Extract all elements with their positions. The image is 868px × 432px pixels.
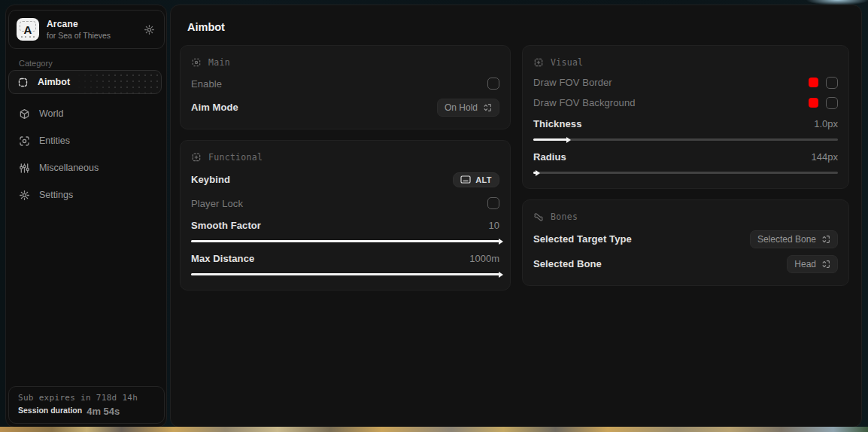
- card-functional: Functional Keybind ALT: [180, 140, 511, 291]
- fov-border-color-swatch[interactable]: [809, 78, 818, 87]
- card-main-header: Main: [191, 53, 499, 72]
- aim-mode-value: On Hold: [445, 102, 478, 113]
- sub-expires-text: Sub expires in 718d 14h: [18, 393, 155, 403]
- card-title: Bones: [551, 211, 578, 222]
- slider-thumb[interactable]: [499, 239, 503, 245]
- fov-background-color-swatch[interactable]: [809, 98, 818, 108]
- slider-thumb[interactable]: [566, 137, 571, 143]
- card-visual-header: Visual: [533, 53, 838, 72]
- sidebar-item-label: Settings: [39, 190, 73, 200]
- target-type-select[interactable]: Selected Bone: [750, 230, 838, 248]
- brand-subtitle: for Sea of Thieves: [47, 31, 136, 40]
- thickness-label: Thickness: [533, 118, 582, 129]
- max-distance-label: Max Distance: [191, 253, 254, 264]
- radius-label: Radius: [533, 151, 566, 163]
- keybind-row: Keybind ALT: [191, 167, 499, 192]
- radius-slider[interactable]: [533, 172, 838, 174]
- session-duration: Session duration 4m 54s: [18, 406, 155, 417]
- sidebar-item-label: World: [39, 108, 63, 119]
- smooth-factor-value: 10: [489, 220, 499, 231]
- thickness-row: Thickness 1.0px: [533, 114, 838, 132]
- thickness-group: Thickness 1.0px: [533, 113, 838, 146]
- target-type-label: Selected Target Type: [533, 233, 632, 245]
- selected-bone-row: Selected Bone Head: [533, 251, 838, 276]
- fov-border-checkbox[interactable]: [826, 77, 838, 89]
- aim-mode-row: Aim Mode On Hold: [191, 95, 499, 120]
- sidebar-item-label: Aimbot: [38, 77, 70, 87]
- card-functional-header: Functional: [191, 148, 499, 167]
- aim-mode-label: Aim Mode: [191, 102, 238, 113]
- fov-background-label: Draw FOV Background: [533, 97, 636, 108]
- card-main: Main Enable Aim Mode On Hold: [180, 45, 511, 129]
- max-distance-value: 1000m: [469, 253, 499, 264]
- sidebar: A Arcane for Sea of Thieves Category Aim…: [5, 5, 167, 427]
- unfold-icon: [483, 103, 492, 112]
- target-type-value: Selected Bone: [757, 234, 816, 245]
- page-title: Aimbot: [180, 5, 849, 45]
- player-lock-label: Player Lock: [191, 198, 243, 209]
- game-background-strip: [0, 427, 868, 432]
- thickness-slider[interactable]: [533, 138, 838, 141]
- scan-icon: [17, 77, 29, 88]
- unfold-icon: [821, 260, 830, 269]
- card-title: Main: [208, 57, 230, 68]
- fov-background-checkbox[interactable]: [826, 97, 838, 109]
- max-distance-slider[interactable]: [191, 273, 499, 275]
- dashed-plus-icon: [191, 152, 202, 163]
- sidebar-item-miscellaneous[interactable]: Miscellaneous: [6, 154, 166, 181]
- aim-mode-select[interactable]: On Hold: [437, 99, 499, 117]
- selected-bone-label: Selected Bone: [533, 258, 602, 269]
- sidebar-item-settings[interactable]: Settings: [6, 181, 166, 208]
- enable-label: Enable: [191, 78, 222, 90]
- brand-text: Arcane for Sea of Thieves: [47, 19, 136, 40]
- keybind-value: ALT: [475, 175, 492, 184]
- card-visual: Visual Draw FOV Border Draw FOV Backgrou…: [522, 45, 849, 189]
- dashed-target-icon: [191, 57, 202, 68]
- brand-name: Arcane: [47, 19, 136, 29]
- max-distance-row: Max Distance 1000m: [191, 249, 499, 267]
- max-distance-group: Max Distance 1000m: [191, 248, 499, 281]
- category-label: Category: [19, 59, 53, 68]
- mixer-icon: [19, 163, 30, 174]
- card-bones-header: Bones: [533, 207, 838, 227]
- enable-row: Enable: [191, 72, 499, 95]
- keyboard-icon: [460, 175, 471, 184]
- player-lock-checkbox[interactable]: [487, 197, 499, 209]
- slider-thumb[interactable]: [499, 272, 503, 278]
- sidebar-item-aimbot[interactable]: Aimbot: [8, 70, 162, 94]
- brand-box: A Arcane for Sea of Thieves: [8, 10, 165, 49]
- selected-bone-select[interactable]: Head: [787, 255, 838, 273]
- radius-row: Radius 144px: [533, 148, 838, 166]
- radius-value: 144px: [812, 151, 838, 163]
- subscription-box: Sub expires in 718d 14h Session duration…: [8, 386, 165, 424]
- sidebar-item-entities[interactable]: Entities: [6, 127, 166, 154]
- session-duration-value: 4m 54s: [86, 406, 120, 417]
- keybind-label: Keybind: [191, 174, 230, 185]
- card-bones: Bones Selected Target Type Selected Bone: [522, 199, 849, 286]
- radius-group: Radius 144px: [533, 146, 838, 179]
- enable-checkbox[interactable]: [487, 78, 499, 90]
- gear-icon[interactable]: [144, 24, 155, 35]
- fov-background-row: Draw FOV Background: [533, 93, 838, 113]
- fov-border-row: Draw FOV Border: [533, 72, 838, 93]
- main-panel: Aimbot Main Enable: [170, 5, 862, 427]
- fov-border-label: Draw FOV Border: [533, 77, 612, 88]
- sidebar-nav: Aimbot World Entities: [6, 70, 166, 208]
- selected-bone-value: Head: [794, 259, 816, 269]
- sidebar-item-label: Miscellaneous: [39, 163, 99, 173]
- smooth-factor-slider[interactable]: [191, 240, 499, 242]
- logo-dots: [21, 36, 35, 38]
- card-title: Functional: [208, 152, 263, 163]
- scan-eye-icon: [19, 135, 30, 147]
- smooth-factor-group: Smooth Factor 10: [191, 214, 499, 248]
- logo-letter: A: [24, 23, 32, 36]
- sidebar-item-label: Entities: [39, 135, 70, 146]
- slider-thumb[interactable]: [536, 170, 540, 176]
- keybind-button[interactable]: ALT: [453, 172, 499, 187]
- dot-pattern: [74, 71, 161, 93]
- player-lock-row: Player Lock: [191, 192, 499, 214]
- thickness-value: 1.0px: [814, 118, 838, 129]
- sidebar-item-world[interactable]: World: [6, 100, 166, 127]
- gear-icon: [19, 190, 30, 201]
- unfold-icon: [821, 235, 830, 244]
